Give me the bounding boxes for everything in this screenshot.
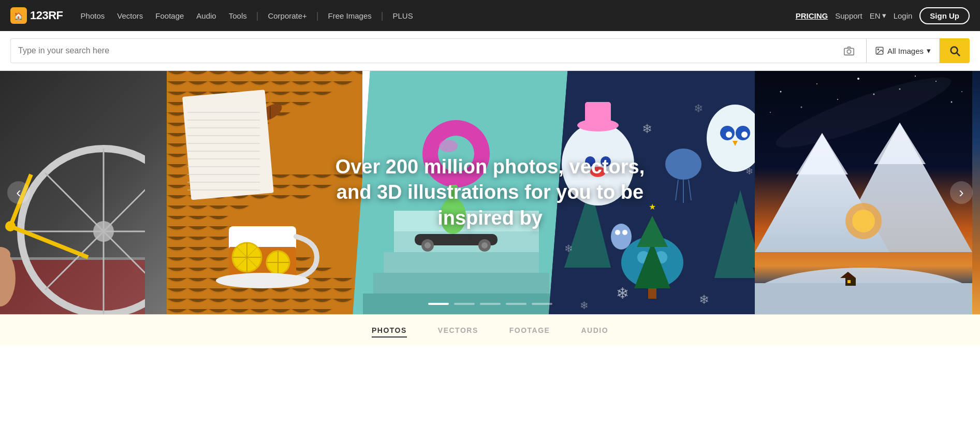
svg-text:★: ★: [649, 202, 656, 211]
navbar: 🏠 123RF Photos Vectors Footage Audio Too…: [0, 0, 980, 31]
svg-point-5: [877, 49, 879, 50]
nav-sep-2: |: [314, 10, 321, 21]
svg-text:❄: ❄: [642, 122, 652, 136]
svg-point-35: [216, 273, 309, 288]
search-icon: [949, 45, 960, 56]
svg-point-62: [425, 242, 431, 248]
camera-icon: [843, 45, 855, 56]
carousel-prev-button[interactable]: ‹: [7, 181, 30, 204]
svg-rect-126: [847, 280, 851, 283]
svg-text:❄: ❄: [616, 285, 629, 302]
svg-point-20: [5, 221, 16, 231]
svg-point-74: [590, 167, 606, 177]
svg-point-58: [440, 198, 466, 234]
svg-rect-99: [648, 288, 656, 299]
svg-point-85: [741, 131, 748, 138]
nav-links: Photos Vectors Footage Audio Tools | Cor…: [76, 8, 796, 23]
carousel-dot-5[interactable]: [532, 303, 552, 305]
svg-text:❄: ❄: [699, 292, 709, 306]
svg-point-108: [857, 78, 859, 80]
signup-button[interactable]: Sign Up: [919, 7, 970, 24]
chevron-right-icon: ›: [959, 184, 963, 201]
svg-point-56: [439, 140, 458, 152]
svg-point-112: [770, 112, 771, 113]
svg-rect-76: [585, 102, 611, 128]
nav-sep-3: |: [379, 10, 386, 21]
nav-photos[interactable]: Photos: [76, 8, 110, 23]
nav-login[interactable]: Login: [894, 11, 913, 20]
search-bar: All Images ▾: [0, 31, 980, 71]
svg-point-72: [585, 156, 595, 167]
nav-right: PRICING Support EN ▾ Login Sign Up: [796, 7, 970, 24]
tab-vectors[interactable]: VECTORS: [438, 324, 478, 338]
ai-image-icon: [875, 46, 884, 55]
carousel-dot-2[interactable]: [454, 303, 475, 305]
svg-point-103: [622, 230, 627, 235]
svg-point-101: [611, 224, 632, 250]
nav-audio[interactable]: Audio: [191, 8, 221, 23]
svg-text:❄: ❄: [564, 243, 573, 254]
tab-footage[interactable]: FOOTAGE: [509, 324, 550, 338]
svg-point-107: [816, 83, 817, 84]
svg-point-87: [665, 149, 701, 180]
svg-point-129: [852, 210, 875, 232]
search-input-container: [10, 38, 866, 63]
svg-text:🏠: 🏠: [14, 12, 23, 21]
hero-panel-3d: [353, 71, 568, 314]
svg-point-111: [950, 101, 952, 103]
nav-pricing[interactable]: PRICING: [796, 11, 828, 20]
category-dropdown-button[interactable]: All Images ▾: [866, 38, 940, 63]
nav-sep-1: |: [254, 10, 261, 21]
svg-text:❄: ❄: [580, 300, 589, 311]
logo-text: 123RF: [30, 9, 63, 22]
category-label: All Images: [887, 47, 924, 55]
tab-photos[interactable]: PHOTOS: [372, 324, 407, 338]
carousel-dots: [428, 303, 552, 305]
nav-tools[interactable]: Tools: [224, 8, 252, 23]
hero-panel-cartoon: ❄ ❄ ❄ ❄: [549, 71, 784, 314]
lang-selector[interactable]: EN ▾: [870, 11, 886, 20]
nav-plus[interactable]: PLUS: [387, 8, 418, 23]
chevron-left-icon: ‹: [16, 184, 21, 201]
category-tabs: PHOTOS VECTORS FOOTAGE AUDIO: [0, 314, 980, 346]
nav-free-images[interactable]: Free Images: [323, 8, 377, 23]
nav-vectors[interactable]: Vectors: [112, 8, 148, 23]
nav-support[interactable]: Support: [835, 11, 862, 20]
search-input[interactable]: [18, 46, 839, 55]
svg-point-69: [562, 123, 634, 206]
svg-point-84: [726, 131, 732, 138]
svg-text:❄: ❄: [694, 102, 703, 115]
camera-search-button[interactable]: [839, 45, 859, 56]
svg-point-114: [837, 99, 838, 100]
lang-label: EN: [870, 11, 881, 20]
carousel-dot-1[interactable]: [428, 303, 449, 305]
svg-point-63: [481, 242, 488, 248]
svg-point-117: [961, 91, 962, 92]
logo[interactable]: 🏠 123RF: [10, 7, 63, 24]
chevron-down-icon: ▾: [882, 11, 886, 20]
nav-footage[interactable]: Footage: [150, 8, 189, 23]
category-chevron-icon: ▾: [927, 46, 931, 55]
svg-point-106: [780, 91, 781, 93]
svg-point-116: [915, 76, 916, 77]
hero-panel-mountain: [755, 71, 980, 314]
svg-point-3: [847, 50, 851, 53]
svg-rect-123: [755, 283, 972, 314]
search-button[interactable]: [940, 38, 970, 63]
hero-panel-tea: [167, 71, 363, 314]
svg-point-102: [615, 230, 620, 235]
tab-audio[interactable]: AUDIO: [581, 324, 608, 338]
logo-icon: 🏠: [10, 7, 27, 24]
carousel-next-button[interactable]: ›: [950, 181, 973, 204]
svg-rect-36: [182, 90, 274, 200]
svg-point-73: [601, 156, 611, 167]
nav-corporate[interactable]: Corporate+: [262, 8, 312, 23]
svg-line-7: [957, 53, 959, 55]
carousel-dot-4[interactable]: [506, 303, 526, 305]
carousel-dot-3[interactable]: [480, 303, 501, 305]
hero-carousel: ❄ ❄ ❄ ❄: [0, 71, 980, 314]
svg-point-113: [800, 107, 802, 108]
